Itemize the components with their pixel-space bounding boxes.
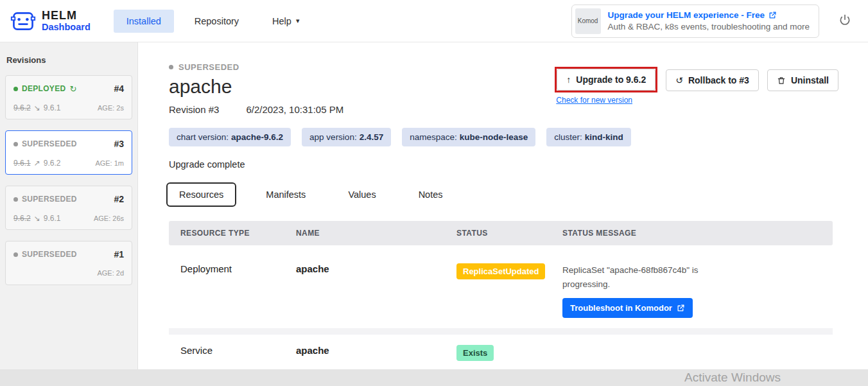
new-version: 9.6.1 (44, 103, 61, 112)
nav-tab-repository[interactable]: Repository (182, 10, 252, 33)
revision-number: #4 (114, 83, 124, 94)
cell-status-message: ReplicaSet "apache-68fb867c4b" is progre… (551, 258, 833, 323)
revision-status: SUPERSEDED (13, 250, 77, 259)
komodor-thumbnail-text: Komod (578, 17, 598, 24)
revision-number: #1 (114, 249, 124, 259)
helm-dashboard-app: HELM Dashboard Installed Repository Help… (0, 0, 868, 386)
namespace-badge: namespace:kube-node-lease (402, 128, 535, 146)
old-version: 9.6.2 (13, 103, 31, 112)
status-dot-icon (169, 65, 173, 69)
table-row: Deployment apache ReplicaSetUpdated Repl… (169, 253, 833, 328)
table-header-row: RESOURCE TYPE NAME STATUS STATUS MESSAGE (169, 221, 833, 245)
revision-status-label: SUPERSEDED (22, 139, 77, 148)
cluster-badge: cluster:kind-kind (546, 128, 631, 146)
version-arrow-icon: ↘ (34, 214, 40, 223)
release-meta-badges: chart version:apache-9.6.2 app version:2… (169, 128, 837, 146)
promo-subtitle: Auth & RBAC, k8s events, troubleshooting… (608, 22, 810, 31)
new-version: 9.6.1 (44, 214, 61, 223)
status-message-text: ReplicaSet "apache-68fb867c4b" is progre… (562, 263, 702, 292)
nav-help-label: Help (272, 16, 291, 26)
col-header-status-message: STATUS MESSAGE (551, 221, 833, 245)
power-button[interactable] (835, 10, 855, 32)
revision-age: AGE: 1m (95, 159, 124, 167)
rollback-button[interactable]: ↺ Rollback to #3 (666, 69, 759, 91)
badge-label: namespace: (410, 132, 457, 142)
revision-timestamp: 6/2/2023, 10:31:05 PM (246, 104, 343, 115)
release-status: SUPERSEDED (169, 62, 239, 72)
revisions-sidebar: Revisions DEPLOYED ↻ #4 9.6.2 ↘ 9.6.1 (0, 42, 138, 369)
badge-value: apache-9.6.2 (231, 132, 283, 142)
cell-resource-type: Deployment (169, 258, 284, 323)
revision-status-label: SUPERSEDED (22, 250, 77, 259)
revision-label: Revision #3 (169, 104, 219, 115)
rollback-arrow-icon: ↺ (675, 75, 683, 85)
tab-values[interactable]: Values (335, 182, 388, 207)
revision-number: #3 (114, 139, 124, 149)
release-actions: ↑ Upgrade to 9.6.2 Check for new version… (555, 69, 838, 105)
revision-card-1[interactable]: SUPERSEDED #1 AGE: 2d (5, 241, 132, 285)
tab-manifests[interactable]: Manifests (253, 182, 318, 207)
promo-text: Upgrade your HELM experience - Free Auth… (608, 10, 810, 31)
revision-card-top: SUPERSEDED #1 (13, 249, 124, 259)
uninstall-button[interactable]: Uninstall (767, 69, 838, 91)
revision-versions: 9.6.2 ↘ 9.6.1 (13, 214, 60, 223)
check-new-version-link[interactable]: Check for new version (556, 96, 632, 105)
status-badge: Exists (456, 345, 494, 361)
revision-age: AGE: 2s (98, 104, 124, 112)
upgrade-button[interactable]: ↑ Upgrade to 9.6.2 (557, 69, 655, 91)
helm-logo-icon (10, 9, 36, 33)
revision-card-bottom: AGE: 2d (13, 269, 124, 278)
version-arrow-icon: ↗ (34, 159, 40, 168)
revision-versions: 9.6.2 ↘ 9.6.1 (13, 103, 60, 112)
cell-name: apache (284, 258, 445, 323)
helm-dashboard-logo[interactable]: HELM Dashboard (10, 9, 91, 33)
cell-status: ReplicaSetUpdated (445, 258, 551, 323)
revision-status-label: DEPLOYED (22, 84, 65, 93)
upgrade-group: ↑ Upgrade to 9.6.2 Check for new version (555, 67, 657, 105)
promo-title-label: Upgrade your HELM experience - Free (608, 10, 765, 20)
revision-card-bottom: 9.6.1 ↗ 9.6.2 AGE: 1m (13, 159, 124, 168)
revision-card-4[interactable]: DEPLOYED ↻ #4 9.6.2 ↘ 9.6.1 AGE: 2s (5, 75, 132, 119)
nav-tab-installed[interactable]: Installed (114, 10, 174, 33)
old-version: 9.6.2 (13, 214, 31, 223)
logo-text: HELM Dashboard (42, 10, 91, 32)
cell-status-message (551, 340, 833, 366)
nav-tab-help[interactable]: Help ▾ (259, 10, 312, 33)
up-arrow-icon: ↑ (566, 75, 571, 85)
revision-card-3[interactable]: SUPERSEDED #3 9.6.1 ↗ 9.6.2 AGE: 1m (5, 130, 132, 175)
revision-card-bottom: 9.6.2 ↘ 9.6.1 AGE: 26s (13, 214, 124, 223)
status-dot-icon (13, 142, 18, 146)
revision-status-label: SUPERSEDED (22, 195, 77, 204)
release-detail-panel: SUPERSEDED apache Revision #3 6/2/2023, … (138, 42, 868, 369)
tab-notes[interactable]: Notes (406, 182, 456, 207)
cell-status: Exists (445, 340, 551, 366)
revision-card-top: SUPERSEDED #2 (13, 194, 124, 204)
logo-subtitle: Dashboard (42, 22, 91, 32)
status-dot-icon (13, 252, 18, 257)
cell-name: apache (284, 340, 445, 366)
promo-title-link[interactable]: Upgrade your HELM experience - Free (608, 10, 810, 20)
detail-tabs: Resources Manifests Values Notes (166, 182, 837, 207)
revision-line: Revision #3 6/2/2023, 10:31:05 PM (169, 104, 837, 115)
tab-resources[interactable]: Resources (166, 182, 236, 207)
version-arrow-icon: ↘ (34, 103, 40, 112)
revision-status: DEPLOYED ↻ (13, 84, 77, 94)
uninstall-button-label: Uninstall (791, 75, 829, 85)
col-header-name: NAME (284, 221, 445, 245)
revision-card-2[interactable]: SUPERSEDED #2 9.6.2 ↘ 9.6.1 AGE: 26s (5, 186, 132, 230)
revision-number: #2 (114, 194, 124, 204)
revision-card-top: SUPERSEDED #3 (13, 139, 124, 149)
external-link-icon (768, 11, 777, 19)
row-divider (169, 328, 833, 335)
status-dot-icon (13, 87, 18, 91)
new-version: 9.6.2 (44, 159, 61, 168)
revision-card-bottom: 9.6.2 ↘ 9.6.1 AGE: 2s (13, 103, 124, 112)
komodor-promo-banner[interactable]: Komod Upgrade your HELM experience - Fre… (571, 4, 819, 38)
revision-versions: 9.6.1 ↗ 9.6.2 (13, 159, 60, 168)
resources-table: RESOURCE TYPE NAME STATUS STATUS MESSAGE… (169, 221, 833, 369)
troubleshoot-komodor-button[interactable]: Troubleshoot in Komodor (562, 298, 693, 318)
badge-label: chart version: (177, 132, 229, 142)
cell-resource-type: Service (169, 340, 284, 366)
revision-card-top: DEPLOYED ↻ #4 (13, 83, 124, 94)
body-row: Revisions DEPLOYED ↻ #4 9.6.2 ↘ 9.6.1 (0, 42, 868, 369)
